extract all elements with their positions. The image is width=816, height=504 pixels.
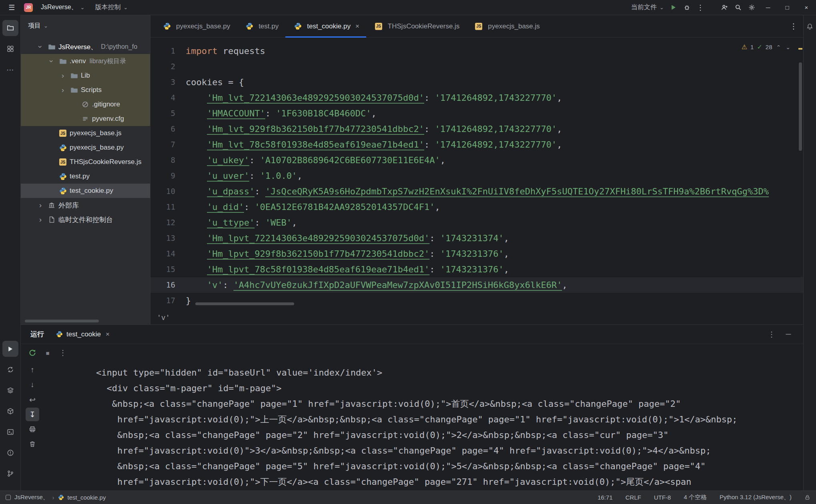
editor-vertical-scrollbar[interactable] — [799, 62, 802, 151]
editor-tab-test-cookie-py[interactable]: test_cookie.py× — [285, 15, 366, 37]
tree-chevron-icon[interactable]: › — [47, 56, 56, 67]
code-line-7[interactable]: 7 'Hm_lvt_78c58f01938e4d85eaf619eae71b4e… — [150, 137, 803, 152]
code-line-8[interactable]: 8 'u_ukey': 'A10702B8689642C6BE607730E11… — [150, 152, 803, 168]
statusbar-project[interactable]: JsReverse、 — [14, 494, 49, 501]
breadcrumb-item[interactable]: 'v' — [157, 313, 170, 322]
soft-wrap-icon[interactable]: ↩ — [26, 393, 39, 406]
more-tool-windows-icon[interactable]: ⋯ — [2, 62, 18, 78]
debug-button[interactable] — [680, 2, 694, 14]
search-everywhere-icon[interactable] — [731, 2, 745, 14]
tree-chevron-icon[interactable]: › — [57, 86, 68, 94]
tool-window-widget-icon[interactable] — [6, 495, 11, 500]
code-line-4[interactable]: 4 'Hm_lvt_722143063e4892925903024537075d… — [150, 90, 803, 106]
run-configuration-selector[interactable]: 当前文件 ⌄ — [629, 2, 666, 13]
vcs-widget[interactable]: 版本控制 ⌄ — [92, 2, 130, 13]
editor-horizontal-scrollbar[interactable] — [195, 302, 294, 305]
tree-item-pyexecjs-base-js[interactable]: JSpyexecjs_base.js — [21, 126, 150, 140]
code-line-2[interactable]: 2 — [150, 59, 803, 74]
close-button[interactable]: × — [797, 0, 816, 15]
structure-tool-button[interactable] — [2, 41, 18, 57]
terminal-tool-button[interactable] — [2, 424, 18, 440]
editor-tab-thsjscookiereverse-js[interactable]: JSTHSjsCookieReverse.js — [366, 15, 467, 37]
hide-run-panel-icon[interactable]: ─ — [782, 328, 795, 341]
tree-item-外部库[interactable]: ›外部库 — [21, 198, 150, 212]
run-button[interactable] — [666, 2, 680, 14]
run-panel-options-icon[interactable]: ⋮ — [765, 328, 778, 341]
code-line-5[interactable]: 5 'HMACCOUNT': '1F630B18C4B460DC', — [150, 106, 803, 121]
tree-chevron-icon[interactable]: › — [36, 41, 45, 52]
tree-item-scripts[interactable]: ›Scripts — [21, 83, 150, 97]
editor-tab-pyexecjs-base-js[interactable]: JSpyexecjs_base.js — [466, 15, 546, 37]
project-panel-header[interactable]: 项目 ⌄ — [21, 15, 150, 34]
up-stack-trace-icon[interactable]: ↑ — [26, 363, 39, 377]
tree-item-venv[interactable]: ›.venvlibrary根目录 — [21, 54, 150, 68]
code-line-3[interactable]: 3cookies = { — [150, 74, 803, 90]
notifications-tool-button[interactable] — [804, 21, 816, 32]
services-tool-button[interactable] — [2, 382, 18, 398]
print-icon[interactable] — [26, 422, 39, 436]
run-tab-test-cookie[interactable]: test_cookie × — [56, 325, 110, 344]
close-tab-icon[interactable]: × — [355, 22, 359, 30]
code-line-9[interactable]: 9 'u_uver': '1.0.0', — [150, 168, 803, 184]
tree-item-test-py[interactable]: test.py — [21, 169, 150, 184]
run-tool-button[interactable] — [2, 341, 18, 357]
close-run-tab-icon[interactable]: × — [106, 330, 110, 338]
tree-item-gitignore[interactable]: .gitignore — [21, 97, 150, 112]
lock-icon[interactable] — [804, 494, 810, 500]
tree-item-test-cookie-py[interactable]: test_cookie.py — [21, 184, 150, 198]
indent-widget[interactable]: 4 个空格 — [684, 494, 707, 501]
code-line-11[interactable]: 11 'u_did': '0EA512E6781B42AA92852014357… — [150, 199, 803, 215]
project-tool-button[interactable] — [2, 20, 18, 36]
tree-item-pyexecjs-base-py[interactable]: pyexecjs_base.py — [21, 140, 150, 155]
console-output[interactable]: <input type="hidden" id="baseUrl" value=… — [44, 362, 803, 490]
project-horizontal-scrollbar[interactable] — [25, 320, 99, 322]
code-with-me-icon[interactable] — [718, 2, 731, 14]
code-line-15[interactable]: 15 'Hm_lpvt_78c58f01938e4d85eaf619eae71b… — [150, 262, 803, 277]
version-control-tool-button[interactable] — [2, 466, 18, 482]
maximize-button[interactable]: □ — [778, 0, 797, 15]
code-line-13[interactable]: 13 'Hm_lpvt_722143063e489292590302453707… — [150, 230, 803, 246]
code-line-17[interactable]: 17} — [150, 293, 803, 308]
sync-tool-button[interactable] — [2, 362, 18, 378]
statusbar-file[interactable]: test_cookie.py — [68, 494, 106, 501]
problems-tool-button[interactable] — [2, 445, 18, 461]
code-line-10[interactable]: 10 'u_dpass': 'JsQceQRyK5A9s6HoZpdmbTxpS… — [150, 184, 803, 199]
code-line-16[interactable]: 16 'v': 'A4hc7vUYe0zukJfIXpD2aUFVWPeaMew… — [150, 277, 803, 293]
tree-chevron-icon[interactable]: › — [35, 215, 46, 224]
breadcrumb[interactable]: 'v' — [150, 310, 803, 324]
tree-item-pyvenv-cfg[interactable]: pyvenv.cfg — [21, 112, 150, 126]
code-line-12[interactable]: 12 'u_ttype': 'WEB', — [150, 215, 803, 230]
run-more-options-icon[interactable]: ⋮ — [56, 346, 70, 360]
code-line-6[interactable]: 6 'Hm_lvt_929f8b362150b1f77b477230541dbb… — [150, 121, 803, 137]
tree-item-jsreverse[interactable]: ›JsReverse、D:\python_fo — [21, 40, 150, 54]
editor-tab-pyexecjs-base-py[interactable]: pyexecjs_base.py — [154, 15, 237, 37]
tree-chevron-icon[interactable]: › — [57, 71, 68, 80]
code-line-14[interactable]: 14 'Hm_lpvt_929f8b362150b1f77b477230541d… — [150, 246, 803, 262]
stop-button[interactable]: ■ — [41, 346, 54, 360]
more-actions-icon[interactable]: ⋮ — [694, 2, 707, 14]
minimize-button[interactable]: ─ — [758, 0, 778, 15]
hamburger-menu-icon[interactable]: ☰ — [5, 2, 18, 14]
tree-chevron-icon[interactable]: › — [35, 201, 46, 210]
previous-problem-icon[interactable]: ⌃ — [776, 44, 782, 50]
error-stripe-mark[interactable] — [798, 48, 802, 50]
settings-gear-icon[interactable] — [745, 2, 758, 14]
code-line-1[interactable]: 1import requests — [150, 43, 803, 59]
encoding-widget[interactable]: UTF-8 — [654, 494, 671, 501]
editor-tab-test-py[interactable]: test.py — [237, 15, 285, 37]
tree-item-thsjscookiereverse-js[interactable]: JSTHSjsCookieReverse.js — [21, 155, 150, 169]
tab-options-icon[interactable]: ⋮ — [784, 15, 803, 37]
next-problem-icon[interactable]: ⌄ — [785, 44, 791, 50]
scroll-to-end-icon[interactable]: ↧ — [26, 408, 39, 421]
rerun-button[interactable] — [26, 346, 39, 360]
line-ending-widget[interactable]: CRLF — [626, 494, 641, 501]
interpreter-widget[interactable]: Python 3.12 (JsReverse、) — [720, 494, 792, 501]
tree-item-lib[interactable]: ›Lib — [21, 68, 150, 83]
caret-position-widget[interactable]: 16:71 — [597, 494, 613, 501]
clear-console-icon[interactable] — [26, 437, 39, 451]
run-panel-title[interactable]: 运行 — [30, 330, 44, 339]
code-editor[interactable]: 1import requests23cookies = {4 'Hm_lvt_7… — [150, 38, 803, 310]
tree-item-临时文件和控制台[interactable]: ›临时文件和控制台 — [21, 212, 150, 227]
down-stack-trace-icon[interactable]: ↓ — [26, 378, 39, 392]
project-selector[interactable]: JsReverse、 ⌄ — [38, 2, 87, 13]
